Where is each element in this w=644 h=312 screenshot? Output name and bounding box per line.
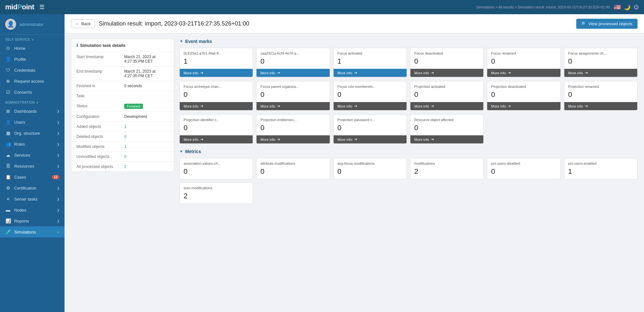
event-card-focus-assignments: Focus assignments ch... 0 More info ➔ <box>564 48 638 77</box>
event-marks-header[interactable]: ▼ Event marks <box>179 39 638 44</box>
roles-icon: 👥 <box>5 141 11 147</box>
sidebar-item-dashboards[interactable]: ⊞ Dashboards ❯ <box>0 106 65 117</box>
more-info-button-2[interactable]: More info ➔ <box>257 69 329 77</box>
admin-label: ADMINISTRATION ∨ <box>0 98 65 106</box>
collapse-icon: ▼ <box>179 149 183 154</box>
right-panel: ▼ Event marks 0c31f3a1-a7b1-4fad-8... 1 … <box>179 39 638 204</box>
certification-icon: ⚙ <box>5 185 11 191</box>
back-button[interactable]: ← Back <box>71 19 95 28</box>
theme-toggle[interactable]: 🌙 <box>624 4 630 10</box>
sidebar-item-services[interactable]: ☁ Services ❯ <box>0 150 65 161</box>
detail-modified-objects: Modified objects 1 <box>71 142 174 152</box>
info-icon: ℹ <box>76 43 78 48</box>
more-info-button-projection-deactivated[interactable]: More info ➔ <box>487 102 560 110</box>
navbar-right: Simulations > All results > Simulation r… <box>476 4 639 11</box>
simulations-icon: 🧪 <box>5 229 11 234</box>
sidebar-item-home[interactable]: ⊙ Home <box>0 43 65 54</box>
metrics-header[interactable]: ▼ Metrics <box>179 149 638 154</box>
sidebar-item-nodes[interactable]: ▬ Nodes ❯ <box>0 204 65 215</box>
event-card-focus-parent: Focus parent organiza... 0 More info ➔ <box>256 81 330 110</box>
more-info-button-resource-object[interactable]: More info ➔ <box>410 135 483 143</box>
consents-icon: ☑ <box>5 89 11 95</box>
metric-pct-users-disabled: pct-users-disabled 0 <box>487 158 560 179</box>
status-badge: Finished <box>124 104 143 109</box>
modified-objects-link[interactable]: 1 <box>124 144 126 149</box>
all-processed-link[interactable]: 2 <box>124 164 126 169</box>
menu-toggle[interactable]: ☰ <box>39 4 45 11</box>
more-info-button-focus-activated[interactable]: More info ➔ <box>334 69 407 77</box>
resources-icon: 🗄 <box>5 163 11 169</box>
sidebar-item-profile[interactable]: 👤 Profile <box>0 54 65 65</box>
sidebar-item-org-structure[interactable]: ▦ Org. structure ❯ <box>0 128 65 139</box>
power-button[interactable]: ⏻ <box>634 4 639 10</box>
arrow-right-icon: ➔ <box>585 104 588 108</box>
arrow-right-icon: ➔ <box>508 104 511 108</box>
metric-association-values: association-values-ch... 0 <box>179 158 253 179</box>
collapse-icon: ▼ <box>179 39 183 44</box>
more-info-button-focus-renamed[interactable]: More info ➔ <box>487 69 560 77</box>
page-title: Simulation result: import, 2023-03-21T16… <box>99 20 249 27</box>
deleted-objects-link[interactable]: 0 <box>124 134 126 139</box>
detail-unmodified-objects: Unmodified objects 0 <box>71 152 174 162</box>
detail-deleted-objects: Deleted objects 0 <box>71 132 174 142</box>
view-processed-objects-button[interactable]: 🔍 View processed objects <box>576 19 638 29</box>
users-icon: 👤 <box>5 120 11 125</box>
sidebar-item-reports[interactable]: 📊 Reports ❯ <box>0 215 65 226</box>
detail-end-timestamp: End timestamp March 21, 2023 at 4:27:35 … <box>71 67 174 81</box>
more-info-button-projection-activated[interactable]: More info ➔ <box>410 102 483 110</box>
event-card-projection-activated: Projection activated 0 More info ➔ <box>410 81 484 110</box>
more-info-button-focus-parent[interactable]: More info ➔ <box>257 102 329 110</box>
chevron-right-icon: ❯ <box>57 197 59 201</box>
event-card-resource-object: Resource object affected 0 More info ➔ <box>410 114 484 144</box>
sidebar-item-roles[interactable]: 👥 Roles ❯ <box>0 139 65 150</box>
search-icon: 🔍 <box>581 21 587 26</box>
arrow-right-icon: ➔ <box>277 71 280 75</box>
metric-modifications: modifications 2 <box>410 158 484 179</box>
sidebar-item-consents[interactable]: ☑ Consents <box>0 87 65 98</box>
arrow-right-icon: ➔ <box>354 104 357 108</box>
added-objects-link[interactable]: 1 <box>124 124 126 129</box>
sidebar-username: administrator <box>19 22 44 27</box>
more-info-button-1[interactable]: More info ➔ <box>180 69 253 77</box>
sidebar-item-server-tasks[interactable]: ≡ Server tasks ❯ <box>0 193 65 204</box>
sidebar-item-resources[interactable]: 🗄 Resources ❯ <box>0 161 65 172</box>
arrow-right-icon: ➔ <box>200 71 203 75</box>
nodes-icon: ▬ <box>5 207 11 213</box>
chevron-right-icon: ❯ <box>57 208 59 212</box>
detail-start-timestamp: Start timestamp March 21, 2023 at 4:27:3… <box>71 52 174 67</box>
page-header: ← Back Simulation result: import, 2023-0… <box>65 14 644 34</box>
home-icon: ⊙ <box>5 46 11 51</box>
event-card-focus-deactivated: Focus deactivated 0 More info ➔ <box>410 48 484 77</box>
more-info-button-focus-assignments[interactable]: More info ➔ <box>564 69 637 77</box>
self-service-label: SELF SERVICE ∨ <box>0 35 65 43</box>
sidebar-item-credentials[interactable]: 🛡 Credentials <box>0 65 65 76</box>
chevron-right-icon: ❯ <box>57 142 59 146</box>
event-card-projection-password: Projection password c... 0 More info ➔ <box>333 114 407 144</box>
chevron-right-icon: ❯ <box>57 219 59 223</box>
sidebar-item-cases[interactable]: 📋 Cases 12 <box>0 172 65 182</box>
sidebar-item-users[interactable]: 👤 Users ❯ <box>0 117 65 128</box>
main-content: ℹ Simulation task details Start timestam… <box>65 34 644 312</box>
chevron-right-icon: ❯ <box>57 164 59 168</box>
more-info-button-projection-renamed[interactable]: More info ➔ <box>564 102 637 110</box>
sidebar-item-request-access[interactable]: ⊕ Request access <box>0 76 65 87</box>
sidebar-item-simulations[interactable]: 🧪 Simulations ∨ <box>0 226 65 237</box>
arrow-right-icon: ➔ <box>431 71 434 75</box>
sidebar-item-certification[interactable]: ⚙ Certification ❯ <box>0 182 65 193</box>
more-info-button-focus-deactivated[interactable]: More info ➔ <box>410 69 483 77</box>
unmodified-objects-link[interactable]: 0 <box>124 154 126 159</box>
more-info-button-focus-archetype[interactable]: More info ➔ <box>180 102 253 110</box>
flag-icon[interactable]: 🇺🇸 <box>614 4 621 11</box>
event-card-focus-archetype: Focus archetype chan... 0 More info ➔ <box>179 81 253 110</box>
chevron-right-icon: ❯ <box>57 153 59 157</box>
navbar-icons: 🇺🇸 🌙 ⏻ <box>614 4 639 11</box>
more-info-button-focus-role[interactable]: More info ➔ <box>334 102 407 110</box>
detail-status: Status Finished <box>71 101 174 112</box>
event-card-projection-deactivated: Projection deactivated 0 More info ➔ <box>487 81 560 110</box>
dashboards-icon: ⊞ <box>5 109 11 114</box>
chevron-down-icon: ∨ <box>57 230 59 234</box>
more-info-button-projection-entitlement[interactable]: More info ➔ <box>257 135 329 143</box>
arrow-right-icon: ➔ <box>200 137 203 141</box>
more-info-button-projection-identifier[interactable]: More info ➔ <box>180 135 253 143</box>
more-info-button-projection-password[interactable]: More info ➔ <box>334 135 407 143</box>
